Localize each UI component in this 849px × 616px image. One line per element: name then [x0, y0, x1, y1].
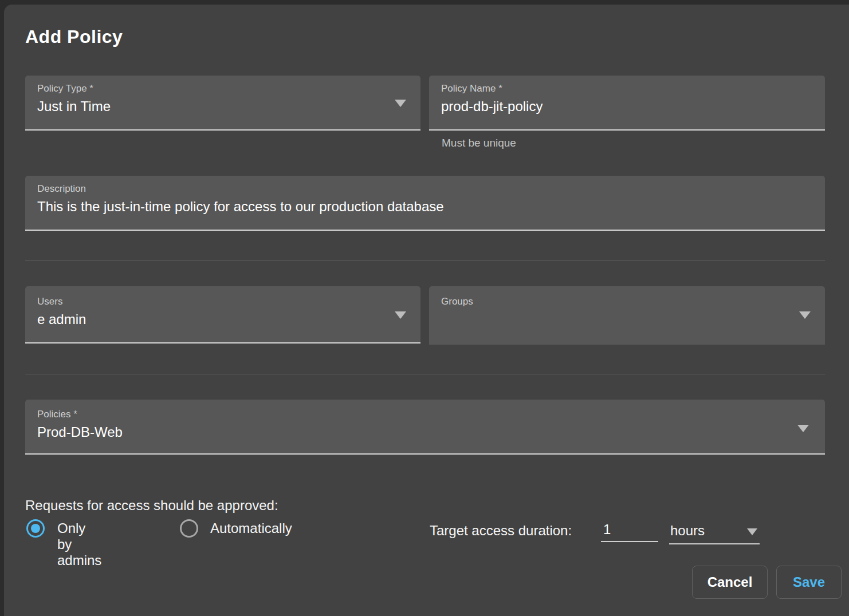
policy-name-helper: Must be unique: [442, 137, 516, 149]
groups-label: Groups: [441, 296, 473, 307]
add-policy-dialog: Add Policy Policy Type * Just in Time Po…: [4, 5, 849, 616]
description-value: This is the just-in-time policy for acce…: [37, 199, 444, 215]
screen-backdrop: Add Policy Policy Type * Just in Time Po…: [0, 0, 849, 616]
section-divider: [25, 260, 825, 261]
radio-only-by-admins[interactable]: [26, 519, 45, 538]
radio-only-by-admins-label[interactable]: Only by admins: [57, 520, 101, 568]
approval-heading: Requests for access should be approved:: [25, 497, 278, 514]
groups-select[interactable]: Groups: [429, 286, 825, 345]
description-label: Description: [37, 183, 86, 195]
policy-type-label: Policy Type *: [37, 83, 93, 94]
chevron-down-icon: [799, 311, 811, 319]
section-divider: [25, 374, 825, 374]
duration-value-input[interactable]: [601, 522, 658, 542]
policy-name-input[interactable]: Policy Name * prod-db-jit-policy: [429, 76, 825, 131]
users-label: Users: [37, 296, 62, 307]
policies-label: Policies *: [37, 409, 77, 420]
policy-type-select[interactable]: Policy Type * Just in Time: [25, 76, 420, 131]
duration-unit-value: hours: [670, 523, 705, 539]
chevron-down-icon: [747, 528, 757, 535]
policy-name-label: Policy Name *: [441, 83, 502, 94]
radio-automatically[interactable]: [180, 519, 198, 538]
policies-select[interactable]: Policies * Prod-DB-Web: [25, 400, 825, 455]
chevron-down-icon: [797, 425, 809, 432]
policies-value: Prod-DB-Web: [37, 424, 123, 440]
dialog-title: Add Policy: [25, 26, 123, 48]
duration-unit-select[interactable]: hours: [669, 523, 760, 544]
description-input[interactable]: Description This is the just-in-time pol…: [25, 176, 825, 231]
chevron-down-icon: [395, 100, 406, 107]
users-select[interactable]: Users e admin: [25, 286, 420, 343]
save-button[interactable]: Save: [776, 566, 842, 599]
policy-name-value: prod-db-jit-policy: [441, 98, 543, 114]
radio-automatically-label[interactable]: Automatically: [210, 520, 292, 536]
chevron-down-icon: [395, 311, 406, 319]
radio-dot: [31, 524, 40, 533]
duration-label: Target access duration:: [430, 523, 572, 539]
users-value: e admin: [37, 311, 86, 327]
policy-type-value: Just in Time: [37, 98, 111, 114]
cancel-button[interactable]: Cancel: [692, 566, 768, 599]
